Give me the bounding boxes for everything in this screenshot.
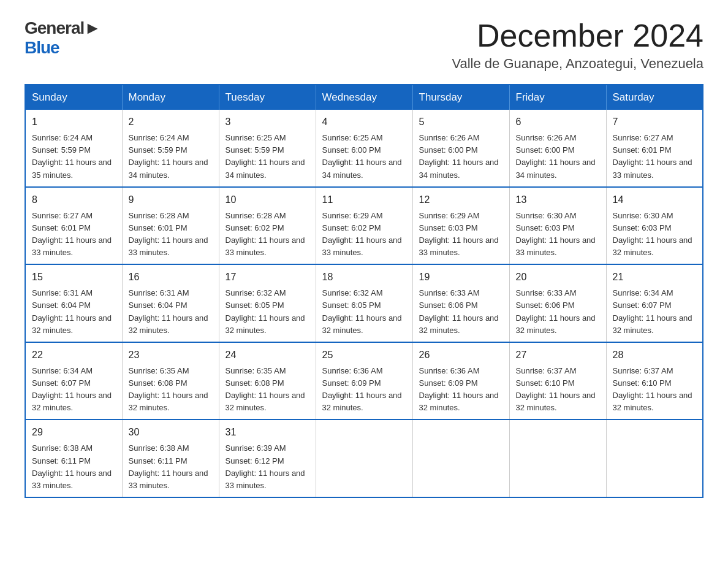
calendar-cell: 30 Sunrise: 6:38 AMSunset: 6:11 PMDaylig… — [122, 419, 219, 497]
day-number: 8 — [32, 193, 116, 207]
day-info: Sunrise: 6:27 AMSunset: 6:01 PMDaylight:… — [32, 211, 112, 257]
calendar-cell: 5 Sunrise: 6:26 AMSunset: 6:00 PMDayligh… — [412, 110, 509, 187]
day-number: 5 — [419, 115, 503, 129]
calendar-cell: 26 Sunrise: 6:36 AMSunset: 6:09 PMDaylig… — [412, 342, 509, 420]
day-number: 3 — [226, 115, 309, 129]
calendar-cell: 11 Sunrise: 6:29 AMSunset: 6:02 PMDaylig… — [316, 187, 412, 265]
calendar-cell: 12 Sunrise: 6:29 AMSunset: 6:03 PMDaylig… — [412, 187, 509, 265]
day-info: Sunrise: 6:26 AMSunset: 6:00 PMDaylight:… — [419, 133, 499, 179]
calendar-cell: 31 Sunrise: 6:39 AMSunset: 6:12 PMDaylig… — [219, 419, 316, 497]
logo-general: General► — [25, 18, 100, 38]
calendar-header-row: Sunday Monday Tuesday Wednesday Thursday… — [25, 85, 703, 110]
calendar-cell: 25 Sunrise: 6:36 AMSunset: 6:09 PMDaylig… — [316, 342, 412, 420]
day-number: 6 — [516, 115, 600, 129]
day-info: Sunrise: 6:38 AMSunset: 6:11 PMDaylight:… — [32, 443, 112, 489]
calendar-cell: 16 Sunrise: 6:31 AMSunset: 6:04 PMDaylig… — [122, 264, 219, 342]
col-wednesday: Wednesday — [316, 85, 412, 110]
day-info: Sunrise: 6:26 AMSunset: 6:00 PMDaylight:… — [516, 133, 596, 179]
calendar-cell — [509, 419, 606, 497]
day-info: Sunrise: 6:37 AMSunset: 6:10 PMDaylight:… — [613, 366, 692, 412]
calendar-cell: 3 Sunrise: 6:25 AMSunset: 5:59 PMDayligh… — [219, 110, 316, 187]
calendar-week-row: 1 Sunrise: 6:24 AMSunset: 5:59 PMDayligh… — [25, 110, 703, 187]
day-number: 24 — [226, 348, 309, 362]
day-number: 7 — [613, 115, 697, 129]
day-info: Sunrise: 6:39 AMSunset: 6:12 PMDaylight:… — [226, 443, 305, 489]
calendar-week-row: 8 Sunrise: 6:27 AMSunset: 6:01 PMDayligh… — [25, 187, 703, 265]
col-monday: Monday — [122, 85, 219, 110]
title-block: December 2024 Valle de Guanape, Anzoateg… — [452, 18, 703, 72]
day-info: Sunrise: 6:30 AMSunset: 6:03 PMDaylight:… — [516, 211, 596, 257]
day-info: Sunrise: 6:34 AMSunset: 6:07 PMDaylight:… — [613, 288, 692, 334]
day-info: Sunrise: 6:27 AMSunset: 6:01 PMDaylight:… — [613, 133, 692, 179]
day-info: Sunrise: 6:38 AMSunset: 6:11 PMDaylight:… — [129, 443, 208, 489]
day-number: 28 — [613, 348, 697, 362]
day-info: Sunrise: 6:24 AMSunset: 5:59 PMDaylight:… — [32, 133, 112, 179]
calendar-table: Sunday Monday Tuesday Wednesday Thursday… — [25, 84, 703, 498]
calendar-body: 1 Sunrise: 6:24 AMSunset: 5:59 PMDayligh… — [25, 110, 703, 497]
day-info: Sunrise: 6:25 AMSunset: 5:59 PMDaylight:… — [226, 133, 305, 179]
day-number: 18 — [322, 270, 406, 285]
day-info: Sunrise: 6:32 AMSunset: 6:05 PMDaylight:… — [226, 288, 305, 334]
day-info: Sunrise: 6:25 AMSunset: 6:00 PMDaylight:… — [322, 133, 402, 179]
day-number: 31 — [226, 425, 309, 440]
calendar-cell: 18 Sunrise: 6:32 AMSunset: 6:05 PMDaylig… — [316, 264, 412, 342]
calendar-cell: 17 Sunrise: 6:32 AMSunset: 6:05 PMDaylig… — [219, 264, 316, 342]
calendar-cell: 24 Sunrise: 6:35 AMSunset: 6:08 PMDaylig… — [219, 342, 316, 420]
day-number: 14 — [613, 193, 697, 207]
calendar-cell: 22 Sunrise: 6:34 AMSunset: 6:07 PMDaylig… — [25, 342, 122, 420]
calendar-cell: 4 Sunrise: 6:25 AMSunset: 6:00 PMDayligh… — [316, 110, 412, 187]
calendar-cell: 14 Sunrise: 6:30 AMSunset: 6:03 PMDaylig… — [606, 187, 703, 265]
day-info: Sunrise: 6:32 AMSunset: 6:05 PMDaylight:… — [322, 288, 402, 334]
day-number: 15 — [32, 270, 116, 285]
day-number: 13 — [516, 193, 600, 207]
logo: General► Blue — [25, 18, 100, 58]
day-number: 16 — [129, 270, 213, 285]
day-number: 20 — [516, 270, 600, 285]
calendar-cell: 1 Sunrise: 6:24 AMSunset: 5:59 PMDayligh… — [25, 110, 122, 187]
day-info: Sunrise: 6:36 AMSunset: 6:09 PMDaylight:… — [322, 366, 402, 412]
calendar-cell: 29 Sunrise: 6:38 AMSunset: 6:11 PMDaylig… — [25, 419, 122, 497]
day-info: Sunrise: 6:37 AMSunset: 6:10 PMDaylight:… — [516, 366, 596, 412]
calendar-header: Sunday Monday Tuesday Wednesday Thursday… — [25, 85, 703, 110]
day-info: Sunrise: 6:30 AMSunset: 6:03 PMDaylight:… — [613, 211, 692, 257]
day-info: Sunrise: 6:29 AMSunset: 6:02 PMDaylight:… — [322, 211, 402, 257]
calendar-cell — [316, 419, 412, 497]
day-number: 21 — [613, 270, 697, 285]
calendar-cell: 19 Sunrise: 6:33 AMSunset: 6:06 PMDaylig… — [412, 264, 509, 342]
calendar-cell: 23 Sunrise: 6:35 AMSunset: 6:08 PMDaylig… — [122, 342, 219, 420]
calendar-cell — [606, 419, 703, 497]
day-number: 12 — [419, 193, 503, 207]
day-info: Sunrise: 6:33 AMSunset: 6:06 PMDaylight:… — [516, 288, 596, 334]
logo-blue: Blue — [25, 38, 100, 58]
calendar-cell: 28 Sunrise: 6:37 AMSunset: 6:10 PMDaylig… — [606, 342, 703, 420]
day-number: 10 — [226, 193, 309, 207]
page-header: General► Blue December 2024 Valle de Gua… — [25, 18, 703, 72]
col-thursday: Thursday — [412, 85, 509, 110]
calendar-cell: 13 Sunrise: 6:30 AMSunset: 6:03 PMDaylig… — [509, 187, 606, 265]
day-info: Sunrise: 6:36 AMSunset: 6:09 PMDaylight:… — [419, 366, 499, 412]
day-number: 22 — [32, 348, 116, 362]
col-saturday: Saturday — [606, 85, 703, 110]
day-number: 27 — [516, 348, 600, 362]
day-number: 2 — [129, 115, 213, 129]
day-info: Sunrise: 6:35 AMSunset: 6:08 PMDaylight:… — [226, 366, 305, 412]
col-tuesday: Tuesday — [219, 85, 316, 110]
calendar-cell: 27 Sunrise: 6:37 AMSunset: 6:10 PMDaylig… — [509, 342, 606, 420]
calendar-cell: 7 Sunrise: 6:27 AMSunset: 6:01 PMDayligh… — [606, 110, 703, 187]
day-number: 26 — [419, 348, 503, 362]
col-friday: Friday — [509, 85, 606, 110]
calendar-week-row: 22 Sunrise: 6:34 AMSunset: 6:07 PMDaylig… — [25, 342, 703, 420]
calendar-cell: 15 Sunrise: 6:31 AMSunset: 6:04 PMDaylig… — [25, 264, 122, 342]
day-info: Sunrise: 6:31 AMSunset: 6:04 PMDaylight:… — [32, 288, 112, 334]
day-info: Sunrise: 6:28 AMSunset: 6:01 PMDaylight:… — [129, 211, 208, 257]
calendar-cell: 20 Sunrise: 6:33 AMSunset: 6:06 PMDaylig… — [509, 264, 606, 342]
calendar-cell: 6 Sunrise: 6:26 AMSunset: 6:00 PMDayligh… — [509, 110, 606, 187]
day-number: 1 — [32, 115, 116, 129]
day-info: Sunrise: 6:31 AMSunset: 6:04 PMDaylight:… — [129, 288, 208, 334]
calendar-subtitle: Valle de Guanape, Anzoategui, Venezuela — [452, 56, 703, 72]
day-number: 9 — [129, 193, 213, 207]
calendar-cell — [412, 419, 509, 497]
calendar-cell: 21 Sunrise: 6:34 AMSunset: 6:07 PMDaylig… — [606, 264, 703, 342]
day-number: 4 — [322, 115, 406, 129]
calendar-week-row: 29 Sunrise: 6:38 AMSunset: 6:11 PMDaylig… — [25, 419, 703, 497]
